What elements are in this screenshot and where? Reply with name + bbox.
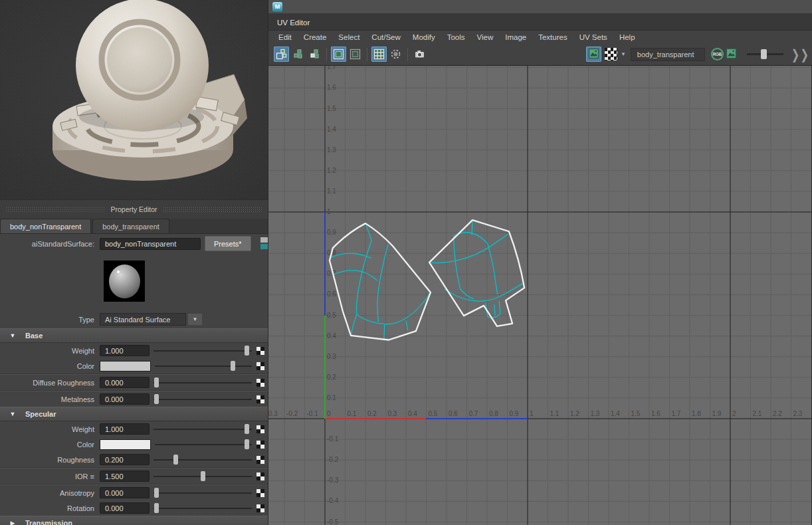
slider-handle[interactable] <box>173 455 178 465</box>
slider-handle[interactable] <box>154 503 159 513</box>
menu-item-select[interactable]: Select <box>332 33 365 41</box>
menu-item-cut-sew[interactable]: Cut/Sew <box>365 33 406 41</box>
value-input[interactable]: 1.000 <box>100 423 150 435</box>
map-checker-button[interactable] <box>256 504 264 512</box>
attr-slider[interactable] <box>153 471 252 481</box>
menu-item-textures[interactable]: Textures <box>532 33 573 41</box>
slider-handle[interactable] <box>201 471 205 481</box>
image-display-icon[interactable] <box>586 47 601 62</box>
map-checker-button[interactable] <box>256 456 264 464</box>
checker-pattern-icon[interactable] <box>605 48 617 60</box>
section-header-base[interactable]: ▼Base <box>0 328 268 343</box>
attr-slider[interactable] <box>153 394 252 404</box>
uv-tiles-layout-icon[interactable] <box>274 47 289 62</box>
maya-uv-editor-window: Property Editor body_nonTransparentbody_… <box>0 0 812 525</box>
uv-tiles-mixed-icon[interactable] <box>307 47 322 62</box>
slider-handle[interactable] <box>154 394 159 404</box>
type-dropdown[interactable]: Ai Standard Surface <box>100 313 186 326</box>
type-dropdown-arrow-icon[interactable]: ▼ <box>187 313 203 326</box>
map-checker-button[interactable] <box>256 347 264 355</box>
map-checker-button[interactable] <box>256 425 264 433</box>
dock-swatch-icon[interactable] <box>260 237 268 250</box>
color-swatch[interactable] <box>100 439 151 450</box>
material-tabs: body_nonTransparentbody_transparent <box>0 219 268 234</box>
menu-item-tools[interactable]: Tools <box>441 33 471 41</box>
image-in-view-icon[interactable] <box>331 47 346 62</box>
image-frame-icon[interactable] <box>348 47 363 62</box>
value-input[interactable]: 0.200 <box>100 454 150 465</box>
menu-item-modify[interactable]: Modify <box>407 33 441 41</box>
slider-handle[interactable] <box>245 346 249 356</box>
slider-handle[interactable] <box>245 424 249 434</box>
attr-row-specular-roughness: Roughness0.200 <box>0 452 268 467</box>
v-axis-tick-label: 0.5 <box>327 312 336 319</box>
image-filter-icon[interactable] <box>724 47 739 62</box>
u-axis-tick-label: 1.5 <box>631 410 641 417</box>
menu-item-image[interactable]: Image <box>499 33 532 41</box>
map-checker-button[interactable] <box>256 441 264 449</box>
value-input[interactable]: 1.500 <box>100 471 150 482</box>
slider-handle[interactable] <box>154 377 159 387</box>
value-input[interactable]: 0.000 <box>100 377 150 388</box>
attr-slider[interactable] <box>153 377 252 387</box>
property-editor-header[interactable]: Property Editor <box>0 200 268 219</box>
menu-item-uv-sets[interactable]: UV Sets <box>573 33 613 41</box>
menu-item-help[interactable]: Help <box>613 33 641 41</box>
menu-item-edit[interactable]: Edit <box>272 33 298 41</box>
map-checker-button[interactable] <box>256 395 264 403</box>
exposure-slider[interactable] <box>747 49 783 59</box>
shader-name-input[interactable]: body_nonTransparent <box>100 238 201 250</box>
uv-editor-panel-title[interactable]: UV Editor <box>268 19 318 30</box>
u-axis-tick-label: 1.7 <box>672 410 681 417</box>
slider-handle[interactable] <box>154 488 159 498</box>
rgb-channels-icon[interactable]: RGB <box>711 48 724 60</box>
pixel-grid-icon[interactable] <box>371 47 387 62</box>
value-input[interactable]: 0.000 <box>100 502 150 514</box>
attr-slider[interactable] <box>153 455 252 465</box>
attr-slider[interactable] <box>153 424 252 434</box>
section-header-transmission[interactable]: ▶Transmission <box>0 516 268 525</box>
v-axis-tick-label: 1.4 <box>327 126 336 133</box>
value-input[interactable]: 1.000 <box>100 345 150 356</box>
uv-tiles-green-icon[interactable] <box>290 47 306 62</box>
exposure-slider-handle[interactable] <box>761 49 767 59</box>
material-tab-body-transparent[interactable]: body_transparent <box>92 219 169 233</box>
window-titlebar[interactable]: M <box>268 0 812 13</box>
attr-slider[interactable] <box>155 439 252 449</box>
slider-handle[interactable] <box>231 361 235 371</box>
value-input[interactable]: 0.000 <box>100 487 150 498</box>
attr-slider[interactable] <box>153 503 252 513</box>
color-swatch[interactable] <box>100 361 151 371</box>
attr-slider[interactable] <box>153 346 252 356</box>
uv-shell-left[interactable] <box>330 223 431 340</box>
panel-expand-chevrons-icon[interactable]: ❯❯ <box>791 46 809 62</box>
menu-item-view[interactable]: View <box>471 33 500 41</box>
map-checker-button[interactable] <box>256 472 264 480</box>
uv-snapshot-camera-icon[interactable] <box>412 47 427 62</box>
menu-item-create[interactable]: Create <box>298 33 333 41</box>
attr-slider[interactable] <box>155 361 252 371</box>
u-axis-tick-label: 0.3 <box>388 410 397 417</box>
slider-handle[interactable] <box>245 439 249 449</box>
v-axis-tick-label: 1.1 <box>327 187 336 195</box>
material-preview-swatch[interactable] <box>104 261 145 302</box>
dim-image-circle-icon[interactable] <box>388 47 403 62</box>
uv-shell-right[interactable] <box>429 220 524 326</box>
attr-slider[interactable] <box>153 488 252 498</box>
map-checker-button[interactable] <box>256 362 264 370</box>
attr-label: Diffuse Roughness <box>0 379 100 387</box>
attr-row-specular-rotation: Rotation0.000 <box>0 500 268 516</box>
texture-name-field[interactable]: body_transparent <box>631 48 705 61</box>
viewport-3d-material-preview[interactable] <box>0 0 268 199</box>
rendered-object-image <box>0 0 268 199</box>
dropdown-arrow-icon[interactable]: ▼ <box>621 51 626 57</box>
map-checker-button[interactable] <box>256 489 264 497</box>
section-header-specular[interactable]: ▼Specular <box>0 407 268 421</box>
value-input[interactable]: 0.000 <box>100 393 150 405</box>
presets-button[interactable]: Presets* <box>205 236 251 251</box>
u-axis-tick-label: 2.1 <box>753 410 762 417</box>
uv-canvas-workspace[interactable]: -0.3-0.2-0.100.10.20.30.40.50.60.70.80.9… <box>268 66 812 525</box>
material-tab-body-nontransparent[interactable]: body_nonTransparent <box>0 219 91 233</box>
slider-track <box>155 444 252 445</box>
map-checker-button[interactable] <box>256 379 264 387</box>
